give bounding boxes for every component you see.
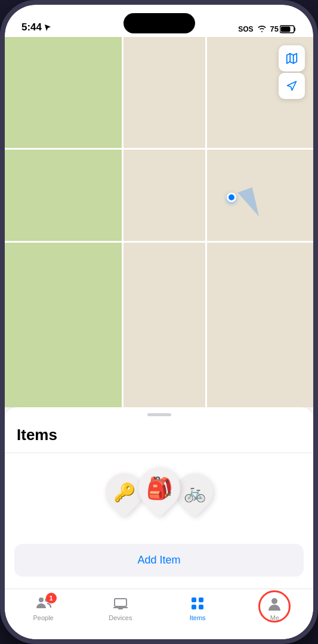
phone-frame: 5:44 SOS 75: [0, 0, 318, 644]
items-icon: [189, 595, 206, 612]
wifi-icon: [257, 26, 267, 33]
tab-items-label: Items: [190, 614, 206, 621]
user-location-dot: [227, 193, 236, 202]
map-area[interactable]: [5, 37, 313, 407]
location-arrow-icon: [44, 24, 51, 31]
svg-rect-10: [192, 605, 196, 609]
item-pin-backpack[interactable]: 🎒: [138, 467, 180, 509]
tab-bar: 1 People Devices: [5, 589, 313, 639]
map-road-vertical-2: [205, 37, 207, 407]
dynamic-island: [124, 13, 195, 33]
map-icon: [285, 52, 298, 65]
tab-people-label: People: [33, 614, 53, 621]
map-buttons: [279, 45, 305, 99]
tab-devices-label: Devices: [109, 614, 132, 621]
me-icon-wrap: [266, 595, 283, 612]
map-view-button[interactable]: [279, 45, 305, 72]
svg-rect-8: [192, 597, 196, 602]
battery-icon: [280, 25, 297, 33]
keys-emoji: 🔑: [113, 482, 135, 503]
phone-screen: 5:44 SOS 75: [5, 5, 313, 639]
add-item-button[interactable]: Add Item: [14, 544, 304, 577]
devices-icon-wrap: [112, 595, 129, 612]
backpack-emoji: 🎒: [146, 476, 172, 501]
people-badge: 1: [46, 593, 57, 603]
svg-rect-11: [199, 605, 203, 609]
tab-items[interactable]: Items: [159, 595, 236, 621]
item-pin-bicycle[interactable]: 🚲: [176, 473, 213, 510]
items-cluster-container: 🔑 🎒 🚲: [106, 467, 213, 527]
svg-rect-9: [199, 597, 203, 602]
time-display: 5:44: [21, 21, 42, 33]
devices-svg: [112, 595, 129, 612]
status-icons: SOS 75: [238, 24, 297, 33]
battery-percent: 75: [270, 24, 279, 33]
devices-icon: [112, 595, 129, 612]
map-road-horizontal-1: [5, 148, 313, 150]
tab-devices[interactable]: Devices: [82, 595, 159, 621]
status-time: 5:44: [21, 21, 51, 33]
items-cluster: 🔑 🎒 🚲: [5, 453, 313, 539]
bicycle-emoji: 🚲: [183, 482, 205, 503]
items-icon-wrap: [189, 595, 206, 612]
svg-rect-6: [115, 599, 126, 606]
map-road-horizontal-2: [5, 241, 313, 243]
map-green-terrain: [5, 37, 122, 407]
svg-rect-7: [118, 608, 123, 609]
me-highlight-circle: [258, 590, 291, 623]
items-svg: [189, 595, 206, 612]
location-cone: [237, 187, 263, 221]
item-pin-keys[interactable]: 🔑: [106, 473, 143, 510]
map-road-vertical-1: [122, 37, 124, 407]
location-button[interactable]: [279, 73, 305, 99]
bottom-sheet: Items 🔑 🎒: [5, 407, 313, 589]
people-icon-wrap: 1: [35, 595, 52, 612]
sos-label: SOS: [238, 25, 253, 33]
tab-people[interactable]: 1 People: [5, 595, 82, 621]
svg-rect-1: [281, 26, 291, 32]
battery-container: 75: [270, 24, 297, 33]
sheet-title: Items: [5, 416, 313, 453]
tab-me[interactable]: Me: [236, 595, 313, 621]
location-arrow-icon: [286, 80, 298, 92]
map-background: [5, 37, 313, 407]
backpack-bubble: 🎒: [129, 459, 189, 518]
svg-point-4: [39, 597, 44, 602]
